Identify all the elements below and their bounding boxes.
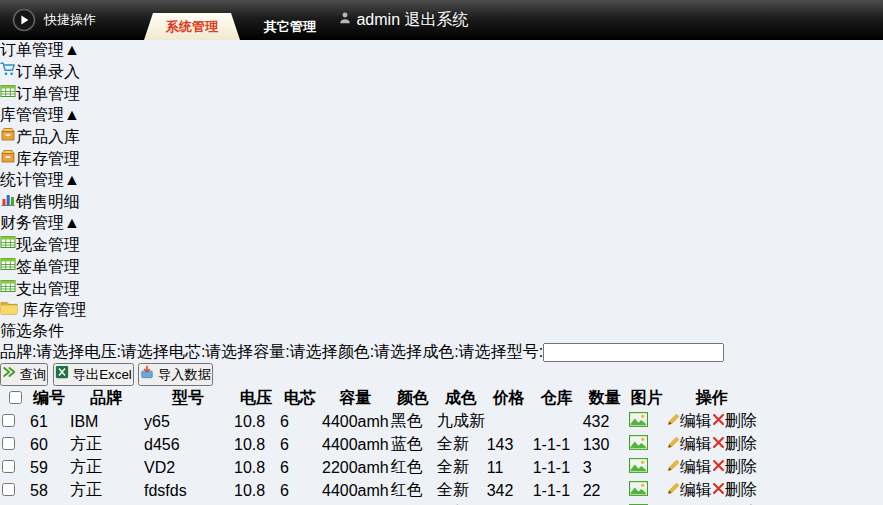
- cell-price: 342: [487, 480, 531, 501]
- cell-operations: 编辑删除: [667, 457, 757, 478]
- grid-icon: [0, 278, 16, 294]
- sidebar-item[interactable]: 库存管理: [0, 148, 883, 170]
- export-button-label: 导出Excel: [73, 367, 132, 382]
- topbar: 快捷操作 系统管理其它管理 admin 退出系统: [0, 0, 883, 40]
- export-excel-button[interactable]: 导出Excel: [53, 363, 134, 386]
- edit-link[interactable]: 编辑: [667, 481, 712, 498]
- select-all-header-cell: [2, 388, 28, 409]
- delete-link[interactable]: 删除: [712, 458, 757, 475]
- row-checkbox[interactable]: [2, 414, 15, 427]
- filter-label-3: 容量:: [253, 343, 289, 360]
- sidebar-item-label: 订单录入: [16, 63, 80, 80]
- cell-capacity: 2200amh: [322, 457, 389, 478]
- cell-image: [629, 457, 665, 478]
- import-icon: [140, 365, 154, 379]
- collapse-arrow-icon: ▲: [64, 41, 80, 58]
- grid-icon: [0, 256, 16, 272]
- sidebar-item[interactable]: 产品入库: [0, 126, 883, 148]
- cell-color: 红色: [391, 457, 435, 478]
- cell-price: 11: [487, 457, 531, 478]
- column-header: 颜色: [391, 388, 435, 409]
- filter-select-value: 请选择: [36, 343, 84, 360]
- page-header: 库存管理: [0, 300, 883, 321]
- query-icon: [2, 365, 16, 379]
- cell-cells: 6: [280, 457, 320, 478]
- column-header: 电压: [234, 388, 278, 409]
- filter-select-4[interactable]: 请选择: [374, 343, 422, 360]
- sidebar-item[interactable]: 订单管理: [0, 83, 883, 105]
- sidebar-item[interactable]: 支出管理: [0, 278, 883, 300]
- filter-label-5: 成色:: [422, 343, 458, 360]
- cell-warehouse: 1-1-1: [533, 434, 581, 455]
- cell-voltage: 10.8: [234, 457, 278, 478]
- delete-link[interactable]: 删除: [712, 435, 757, 452]
- delete-icon: [712, 436, 725, 449]
- username[interactable]: admin: [356, 11, 400, 28]
- query-button[interactable]: 查询: [0, 363, 48, 386]
- chart-icon: [0, 191, 16, 207]
- model-input[interactable]: [543, 343, 724, 362]
- sidebar-item[interactable]: 签单管理: [0, 256, 883, 278]
- cell-cells: 6: [280, 434, 320, 455]
- cell-brand: IBM: [70, 411, 142, 432]
- filter-select-0[interactable]: 请选择: [36, 343, 84, 360]
- filter-select-1[interactable]: 请选择: [121, 343, 169, 360]
- folder-icon: [0, 300, 18, 315]
- user-icon: [338, 11, 352, 25]
- sidebar-item-label: 签单管理: [16, 258, 80, 275]
- cell-warehouse: [533, 411, 581, 432]
- delete-link[interactable]: 删除: [712, 412, 757, 429]
- row-checkbox[interactable]: [2, 483, 15, 496]
- sidebar-item-label: 支出管理: [16, 280, 80, 297]
- sidebar-section-title: 统计管理: [0, 171, 64, 188]
- thumbnail-icon[interactable]: [629, 481, 648, 496]
- row-checkbox-cell: [2, 411, 28, 432]
- app-logo-icon: [12, 8, 36, 32]
- delete-link[interactable]: 删除: [712, 481, 757, 498]
- sidebar-item-label: 产品入库: [16, 128, 80, 145]
- row-checkbox[interactable]: [2, 460, 15, 473]
- cell-cells: 6: [280, 480, 320, 501]
- sidebar-item-label: 订单管理: [16, 85, 80, 102]
- edit-link[interactable]: 编辑: [667, 435, 712, 452]
- sidebar-section-header-3[interactable]: 财务管理▲: [0, 213, 883, 234]
- filter-label-4: 颜色:: [338, 343, 374, 360]
- row-checkbox-cell: [2, 434, 28, 455]
- edit-icon: [667, 482, 680, 495]
- logout-link[interactable]: 退出系统: [404, 11, 468, 28]
- tab-system-mgmt[interactable]: 系统管理: [144, 13, 240, 40]
- thumbnail-icon[interactable]: [629, 458, 648, 473]
- tab-other-mgmt[interactable]: 其它管理: [242, 13, 338, 40]
- collapse-arrow-icon: ▲: [64, 171, 80, 188]
- sidebar-item[interactable]: 订单录入: [0, 61, 883, 83]
- import-data-button[interactable]: 导入数据: [138, 363, 213, 386]
- filter-select-3[interactable]: 请选择: [290, 343, 338, 360]
- select-all-checkbox[interactable]: [9, 391, 22, 404]
- cell-image: [629, 411, 665, 432]
- cell-id: 60: [30, 434, 68, 455]
- thumbnail-icon[interactable]: [629, 435, 648, 450]
- quick-actions-label: 快捷操作: [44, 11, 96, 29]
- row-checkbox[interactable]: [2, 437, 15, 450]
- sidebar-item[interactable]: 销售明细: [0, 191, 883, 213]
- filter-select-value: 请选择: [459, 343, 507, 360]
- sidebar-section-header-2[interactable]: 统计管理▲: [0, 170, 883, 191]
- filter-select-5[interactable]: 请选择: [459, 343, 507, 360]
- edit-link[interactable]: 编辑: [667, 458, 712, 475]
- inventory-table-wrap: 编号品牌型号电压电芯容量颜色成色价格仓库数量图片操作 61IBMy6510.86…: [0, 386, 883, 505]
- filter-select-2[interactable]: 请选择: [205, 343, 253, 360]
- filter-row: 品牌:请选择电压:请选择电芯:请选择容量:请选择颜色:请选择成色:请选择型号:: [0, 342, 883, 363]
- table-row: 60方正d45610.864400amh蓝色全新1431-1-1130编辑删除: [2, 434, 757, 455]
- sidebar-section-header-0[interactable]: 订单管理▲: [0, 40, 883, 61]
- thumbnail-icon[interactable]: [629, 412, 648, 427]
- edit-link[interactable]: 编辑: [667, 412, 712, 429]
- cell-qty: 3: [583, 457, 627, 478]
- filter-title: 筛选条件: [0, 321, 883, 342]
- main-panel: 库存管理 筛选条件 品牌:请选择电压:请选择电芯:请选择容量:请选择颜色:请选择…: [0, 300, 883, 505]
- cell-cells: 6: [280, 411, 320, 432]
- quick-actions[interactable]: 快捷操作: [0, 8, 134, 32]
- cell-brand: 方正: [70, 434, 142, 455]
- sidebar-section-header-1[interactable]: 库管管理▲: [0, 105, 883, 126]
- sidebar-item[interactable]: 现金管理: [0, 234, 883, 256]
- sidebar-section-title: 财务管理: [0, 214, 64, 231]
